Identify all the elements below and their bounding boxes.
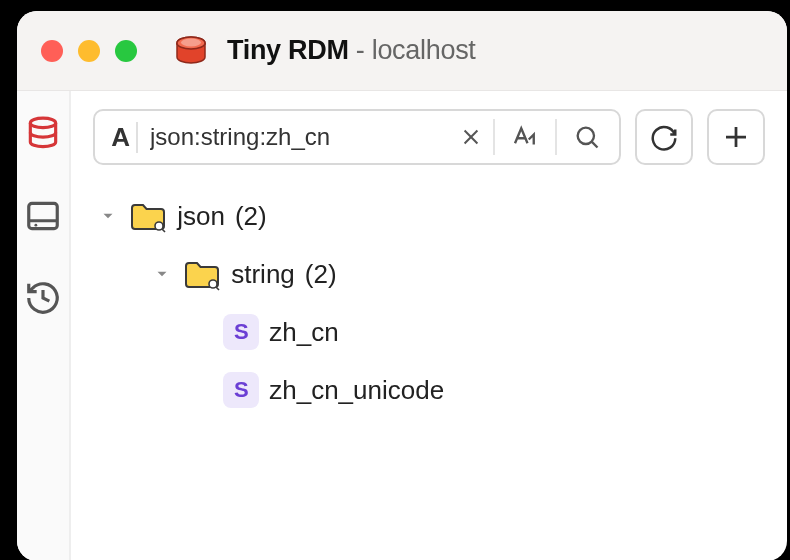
tree-node-label: string	[231, 259, 295, 290]
window-minimize-button[interactable]	[78, 40, 100, 62]
clear-search-button[interactable]	[457, 123, 485, 151]
sidebar	[17, 91, 71, 560]
database-icon	[24, 115, 62, 153]
window-subtitle: - localhost	[356, 35, 476, 65]
sidebar-item-database[interactable]	[20, 111, 66, 157]
folder-icon	[183, 257, 221, 291]
search-mode-label[interactable]: A	[105, 122, 138, 153]
key-tree: json (2) string (2)	[93, 187, 765, 419]
tree-node-label: json	[177, 201, 225, 232]
sidebar-item-history[interactable]	[20, 275, 66, 321]
divider	[555, 119, 557, 155]
refresh-icon	[649, 122, 679, 152]
tree-folder[interactable]: string (2)	[93, 245, 765, 303]
svg-point-6	[35, 224, 38, 227]
svg-point-14	[155, 222, 163, 230]
tree-node-count: (2)	[305, 259, 337, 290]
string-type-badge: S	[223, 372, 259, 408]
search-button[interactable]	[565, 115, 609, 159]
svg-point-3	[30, 118, 55, 128]
chevron-down-icon[interactable]	[97, 205, 119, 227]
tree-node-label: zh_cn_unicode	[269, 375, 444, 406]
tree-node-count: (2)	[235, 201, 267, 232]
tree-key[interactable]: S zh_cn_unicode	[93, 361, 765, 419]
chevron-down-icon[interactable]	[151, 263, 173, 285]
toolbar: A	[93, 109, 765, 165]
storage-icon	[24, 197, 62, 235]
window-maximize-button[interactable]	[115, 40, 137, 62]
svg-rect-4	[29, 203, 58, 228]
titlebar: Tiny RDM - localhost	[17, 11, 787, 91]
svg-point-2	[181, 38, 201, 46]
svg-point-16	[209, 280, 217, 288]
sidebar-item-storage[interactable]	[20, 193, 66, 239]
app-window: Tiny RDM - localhost	[17, 11, 787, 560]
app-name: Tiny RDM	[227, 35, 349, 65]
history-icon	[24, 279, 62, 317]
search-input[interactable]	[150, 123, 449, 151]
plus-icon	[721, 122, 751, 152]
match-case-button[interactable]	[503, 115, 547, 159]
folder-icon	[129, 199, 167, 233]
string-type-badge: S	[223, 314, 259, 350]
traffic-lights	[41, 40, 137, 62]
svg-point-10	[578, 128, 594, 144]
body-area: A	[17, 91, 787, 560]
add-button[interactable]	[707, 109, 765, 165]
tree-folder[interactable]: json (2)	[93, 187, 765, 245]
app-icon	[173, 33, 209, 69]
close-icon	[460, 126, 482, 148]
divider	[493, 119, 495, 155]
svg-line-17	[216, 287, 219, 290]
main-panel: A	[71, 91, 787, 560]
tree-node-label: zh_cn	[269, 317, 338, 348]
tree-key[interactable]: S zh_cn	[93, 303, 765, 361]
search-icon	[573, 123, 601, 151]
window-close-button[interactable]	[41, 40, 63, 62]
search-box[interactable]: A	[93, 109, 621, 165]
match-case-icon	[510, 122, 540, 152]
window-title: Tiny RDM - localhost	[227, 35, 476, 66]
svg-line-15	[162, 229, 165, 232]
svg-line-11	[592, 142, 598, 148]
refresh-button[interactable]	[635, 109, 693, 165]
